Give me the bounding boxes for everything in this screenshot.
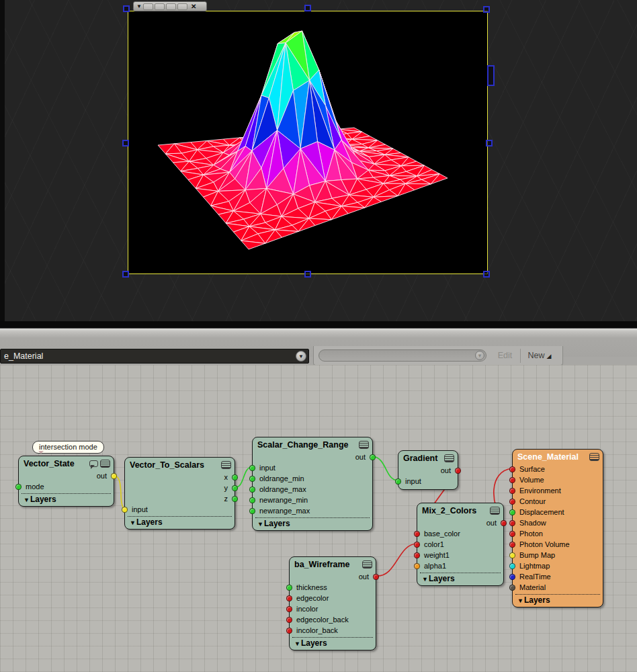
port-dot-green[interactable] xyxy=(249,476,255,482)
layers-toggle[interactable]: ▼Layers xyxy=(513,595,603,607)
region-handle-top-right[interactable] xyxy=(483,6,490,13)
port-dot-green[interactable] xyxy=(395,478,401,485)
menu-icon[interactable] xyxy=(589,453,599,461)
port-dot-red[interactable] xyxy=(286,606,292,612)
port-in-edgecolor[interactable]: edgecolor xyxy=(290,593,376,603)
port-dot-blue[interactable] xyxy=(509,574,515,580)
toolbar-button-3[interactable] xyxy=(166,3,176,10)
port-in-alpha1[interactable]: alpha1 xyxy=(417,560,503,571)
layers-toggle[interactable]: ▼Layers xyxy=(125,517,235,529)
port-dot-dark[interactable] xyxy=(509,585,515,591)
material-select[interactable]: e_Material ▼ xyxy=(0,349,309,364)
menu-icon[interactable] xyxy=(490,507,500,515)
node-ba-wireframe[interactable]: ba_Wireframeoutthicknessedgecolorincolor… xyxy=(289,556,376,650)
menu-icon[interactable] xyxy=(444,454,454,462)
port-in-Photon_Volume[interactable]: Photon Volume xyxy=(513,539,603,550)
port-dot-green[interactable] xyxy=(249,508,255,514)
toolbar-dropdown-icon[interactable]: ▼ xyxy=(136,4,142,9)
menu-icon[interactable] xyxy=(359,441,369,449)
node-gradient[interactable]: Gradientoutinput xyxy=(398,450,458,490)
layers-toggle[interactable]: ▼Layers xyxy=(290,638,376,650)
node-scalar-change-range[interactable]: Scalar_Change_Rangeoutinputoldrange_mino… xyxy=(252,437,373,531)
port-in-incolor[interactable]: incolor xyxy=(290,603,376,614)
port-in-RealTime[interactable]: RealTime xyxy=(513,571,603,582)
toolbar-button-1[interactable] xyxy=(143,3,153,10)
port-dot-red[interactable] xyxy=(509,499,515,505)
port-dot-orange[interactable] xyxy=(414,563,420,569)
port-in-thickness[interactable]: thickness xyxy=(290,582,376,593)
layers-toggle[interactable]: ▼Layers xyxy=(417,573,503,585)
port-dot-red[interactable] xyxy=(286,617,292,623)
region-handle-mid-right[interactable] xyxy=(486,140,493,146)
port-dot-red[interactable] xyxy=(509,542,515,548)
port-dot-red[interactable] xyxy=(509,520,515,526)
port-dot-red[interactable] xyxy=(373,574,379,580)
port-out-out[interactable]: out xyxy=(290,571,376,582)
node-scene-material[interactable]: Scene_MaterialSurfaceVolumeEnvironmentCo… xyxy=(512,449,603,607)
node-header[interactable]: Scene_Material xyxy=(513,450,603,464)
port-in-Environment[interactable]: Environment xyxy=(513,485,603,496)
port-dot-green[interactable] xyxy=(509,509,515,515)
port-dot-yellow[interactable] xyxy=(122,507,128,513)
port-dot-green[interactable] xyxy=(232,496,238,502)
port-dot-red[interactable] xyxy=(455,468,461,474)
port-in-base_color[interactable]: base_color xyxy=(417,528,503,539)
port-in-Material[interactable]: Material xyxy=(513,582,603,593)
toolbar-button-2[interactable] xyxy=(155,3,165,10)
port-in-weight1[interactable]: weight1 xyxy=(417,550,503,560)
comment-icon[interactable] xyxy=(89,460,98,467)
port-in-Photon[interactable]: Photon xyxy=(513,528,603,539)
port-in-input[interactable]: input xyxy=(398,476,458,487)
region-handle-bottom-left[interactable] xyxy=(122,271,129,278)
port-dot-red[interactable] xyxy=(414,531,420,537)
region-handle-top-mid[interactable] xyxy=(304,5,311,11)
port-in-incolor_back[interactable]: incolor_back xyxy=(290,625,376,636)
port-in-oldrange_max[interactable]: oldrange_max xyxy=(253,484,372,495)
port-in-Bump_Map[interactable]: Bump Map xyxy=(513,550,603,560)
port-in-Surface[interactable]: Surface xyxy=(513,464,603,474)
port-dot-red[interactable] xyxy=(414,542,420,548)
port-in-color1[interactable]: color1 xyxy=(417,539,503,550)
node-vector-state[interactable]: Vector_Stateoutmode▼Layers xyxy=(18,456,114,507)
edit-button[interactable]: Edit xyxy=(490,349,521,363)
port-in-mode[interactable]: mode xyxy=(19,481,114,492)
region-handle-top-left[interactable] xyxy=(123,5,130,12)
port-dot-green[interactable] xyxy=(249,465,255,471)
node-header[interactable]: Mix_2_Colors xyxy=(417,503,503,517)
port-in-Volume[interactable]: Volume xyxy=(513,474,603,485)
region-handle-bottom-right[interactable] xyxy=(483,271,490,278)
port-dot-red[interactable] xyxy=(414,552,420,558)
port-dot-cyan[interactable] xyxy=(509,563,515,569)
port-dot-green[interactable] xyxy=(249,487,255,493)
port-out-out[interactable]: out xyxy=(398,465,458,476)
port-dot-red[interactable] xyxy=(509,466,515,472)
region-handle-mid-left[interactable] xyxy=(122,140,129,146)
port-dot-green[interactable] xyxy=(286,585,292,591)
port-in-Contour[interactable]: Contour xyxy=(513,496,603,507)
menu-icon[interactable] xyxy=(221,461,231,469)
menu-icon[interactable] xyxy=(100,460,110,468)
viewport-3d[interactable]: ▼ ✕ xyxy=(0,0,637,328)
node-mix-2-colors[interactable]: Mix_2_Colorsoutbase_colorcolor1weight1al… xyxy=(417,503,504,586)
port-dot-green[interactable] xyxy=(370,454,376,460)
port-out-y[interactable]: y xyxy=(125,482,235,493)
close-icon[interactable]: ✕ xyxy=(191,3,196,10)
port-in-edgecolor_back[interactable]: edgecolor_back xyxy=(290,614,376,625)
port-in-input[interactable]: input xyxy=(125,504,235,515)
port-dot-green[interactable] xyxy=(232,485,238,491)
port-in-Shadow[interactable]: Shadow xyxy=(513,517,603,528)
port-in-Lightmap[interactable]: Lightmap xyxy=(513,560,603,571)
port-out-out[interactable]: out xyxy=(417,517,503,528)
node-header[interactable]: ba_Wireframe xyxy=(290,557,376,571)
layers-toggle[interactable]: ▼Layers xyxy=(253,518,372,530)
port-dot-red[interactable] xyxy=(286,595,292,601)
port-dot-green[interactable] xyxy=(232,474,238,480)
port-dot-red[interactable] xyxy=(509,488,515,494)
toolbar-button-4[interactable] xyxy=(177,3,187,10)
port-dot-green[interactable] xyxy=(249,497,255,503)
chevron-down-icon[interactable]: ▼ xyxy=(475,351,484,360)
port-in-Displacement[interactable]: Displacement xyxy=(513,507,603,517)
node-header[interactable]: Gradient xyxy=(398,451,458,465)
port-out-z[interactable]: z xyxy=(125,493,235,504)
port-dot-green[interactable] xyxy=(15,484,22,490)
